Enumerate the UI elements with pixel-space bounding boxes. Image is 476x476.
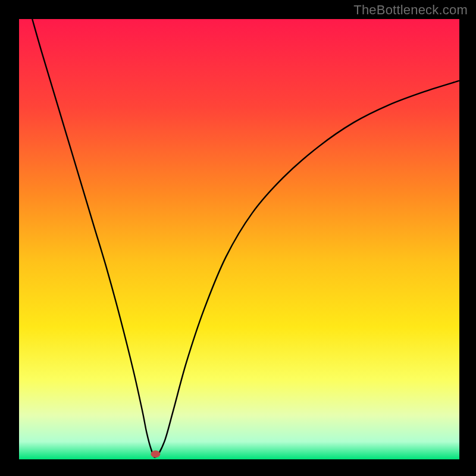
chart-background	[19, 19, 459, 459]
optimal-point-marker	[151, 450, 160, 458]
chart-svg	[19, 19, 459, 459]
chart-area	[19, 19, 459, 459]
watermark-text: TheBottleneck.com	[353, 2, 468, 18]
